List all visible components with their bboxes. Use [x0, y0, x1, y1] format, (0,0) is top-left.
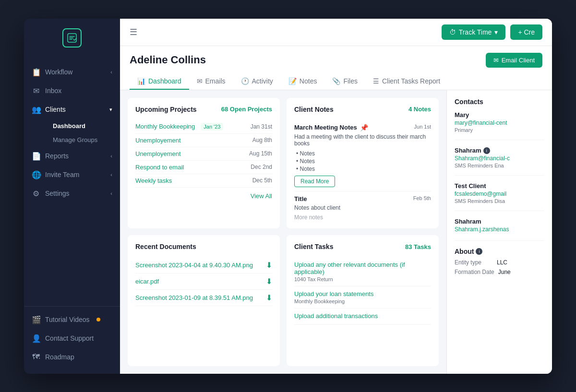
project-name-1[interactable]: Unemployement [135, 137, 181, 144]
note-preview-1: Notes about client [294, 204, 431, 211]
sidebar-item-invite-team[interactable]: 🌐 Invite Team ‹ [24, 166, 120, 184]
contact-email-1[interactable]: Shahram@financial-c [455, 155, 544, 162]
project-name-0[interactable]: Monthly Bookkeeping [135, 123, 195, 130]
sidebar-item-inbox[interactable]: ✉ Inbox [24, 82, 120, 100]
tab-files[interactable]: 📎 Files [324, 73, 365, 90]
contact-entry-2: Test Client fcsalesdemo@gmail SMS Remind… [455, 182, 544, 211]
tab-notes[interactable]: 📝 Notes [281, 73, 325, 90]
client-notes-count: 4 Notes [408, 106, 431, 113]
project-item-0: Monthly Bookkeeping Jan '23 Jan 31st [135, 120, 272, 134]
contact-email-0[interactable]: mary@financial-cent [455, 119, 544, 126]
tab-activity-icon: 🕐 [241, 77, 249, 85]
contact-sms-2: SMS Reminders Disa [455, 198, 544, 204]
doc-item-2: Screenshot 2023-01-09 at 8.39.51 AM.png … [135, 290, 272, 306]
note-date-1: Feb 5th [413, 195, 431, 201]
client-tasks-count: 83 Tasks [405, 243, 431, 250]
task-item-2: Upload additional transactions [294, 309, 431, 325]
tab-client-tasks-report[interactable]: ☰ Client Tasks Report [365, 73, 448, 90]
sidebar-item-clients[interactable]: 👥 Clients ▾ [24, 100, 120, 119]
about-info-icon: i [476, 248, 482, 255]
tab-emails[interactable]: ✉ Emails [189, 73, 233, 90]
hamburger-menu[interactable]: ☰ [130, 27, 137, 37]
tab-notes-label: Notes [300, 77, 317, 85]
tab-activity-label: Activity [252, 77, 273, 85]
project-date-1: Aug 8th [252, 137, 272, 143]
tab-files-icon: 📎 [332, 77, 340, 85]
sidebar-item-contact-support-label: Contact Support [45, 334, 94, 342]
note-entry-0: March Meeting Notes 📌 Jun 1st Had a meet… [294, 120, 431, 191]
note-bullet-2: • Notes [296, 165, 431, 173]
email-client-label: Email Client [502, 57, 535, 64]
inbox-icon: ✉ [32, 86, 40, 95]
note-bullet-0: • Notes [296, 150, 431, 157]
doc-name-1[interactable]: eicar.pdf [135, 278, 159, 285]
doc-item-1: eicar.pdf ⬇ [135, 273, 272, 290]
task-name-1[interactable]: Upload your loan statements [294, 290, 431, 297]
about-section: About i Entity type LLC Formation Date J… [455, 248, 544, 275]
sidebar-item-roadmap-label: Roadmap [45, 353, 74, 361]
sidebar-item-tutorial-videos[interactable]: 🎬 Tutorial Videos [24, 310, 120, 329]
download-icon-1[interactable]: ⬇ [266, 277, 272, 286]
sidebar-item-reports[interactable]: 📄 Reports ‹ [24, 147, 120, 166]
email-client-button[interactable]: ✉ Email Client [486, 53, 542, 68]
doc-item-0: Screenshot 2023-04-04 at 9.40.30 AM.png … [135, 257, 272, 273]
tab-activity[interactable]: 🕐 Activity [233, 73, 281, 90]
upcoming-projects-title: Upcoming Projects [135, 106, 197, 113]
sidebar-sub-manage-groups[interactable]: Manage Groups [45, 133, 120, 147]
tab-notes-icon: 📝 [288, 77, 297, 85]
project-name-4[interactable]: Weekly tasks [135, 177, 172, 184]
sidebar-item-roadmap[interactable]: 🗺 Roadmap [24, 348, 120, 366]
right-panel: Contacts Mary mary@financial-cent Primar… [446, 90, 552, 374]
project-item-4: Weekly tasks Dec 5th [135, 174, 272, 188]
client-tasks-card: Client Tasks 83 Tasks Upload any other r… [287, 235, 439, 366]
clients-arrow: ▾ [109, 107, 112, 113]
note-title-row-0: March Meeting Notes 📌 [294, 124, 368, 131]
sidebar-sub-dashboard[interactable]: Dashboard [45, 119, 120, 133]
tab-dashboard[interactable]: 📊 Dashboard [130, 73, 189, 90]
create-button[interactable]: + Cre [510, 24, 542, 40]
contact-entry-3: Shahram Shahram.j.zarshenas [455, 218, 544, 241]
clients-submenu: Dashboard Manage Groups [24, 119, 120, 147]
doc-name-2[interactable]: Screenshot 2023-01-09 at 8.39.51 AM.png [135, 294, 253, 301]
tab-client-tasks-report-icon: ☰ [373, 77, 379, 85]
create-label: + Cre [518, 28, 535, 36]
read-more-button[interactable]: Read More [294, 176, 335, 187]
note-entry-1: Title Feb 5th Notes about client More no… [294, 191, 431, 225]
settings-icon: ⚙ [32, 189, 40, 198]
clock-icon: ⏱ [449, 28, 456, 36]
topbar: ☰ ⏱ Track Time ▾ + Cre [120, 19, 552, 46]
recent-documents-title: Recent Documents [135, 243, 196, 250]
contact-support-icon: 👤 [32, 334, 40, 343]
client-notes-title: Client Notes [294, 106, 334, 113]
workflow-arrow: ‹ [110, 69, 112, 75]
sidebar-item-workflow[interactable]: 📋 Workflow ‹ [24, 63, 120, 82]
task-name-0[interactable]: Upload any other relevant documents (if … [294, 261, 431, 275]
project-date-2: Aug 15th [249, 150, 272, 157]
sidebar-item-settings[interactable]: ⚙ Settings ‹ [24, 184, 120, 203]
tab-client-tasks-report-label: Client Tasks Report [382, 77, 440, 85]
upcoming-projects-view-all[interactable]: View All [135, 192, 272, 200]
sidebar-item-tutorial-videos-label: Tutorial Videos [45, 316, 90, 323]
download-icon-0[interactable]: ⬇ [266, 261, 272, 270]
sidebar-item-settings-label: Settings [45, 190, 70, 197]
project-date-4: Dec 5th [252, 177, 272, 184]
tab-emails-icon: ✉ [197, 77, 203, 85]
task-sub-0: 1040 Tax Return [294, 276, 431, 282]
track-time-button[interactable]: ⏱ Track Time ▾ [442, 24, 506, 40]
contact-email-3[interactable]: Shahram.j.zarshenas [455, 226, 544, 233]
task-name-2[interactable]: Upload additional transactions [294, 312, 431, 320]
project-item-2: Unemployement Aug 15th [135, 147, 272, 161]
track-time-label: Track Time [459, 28, 492, 36]
contact-name-0: Mary [455, 111, 544, 119]
doc-name-0[interactable]: Screenshot 2023-04-04 at 9.40.30 AM.png [135, 261, 253, 269]
roadmap-icon: 🗺 [32, 353, 40, 361]
main-content: ☰ ⏱ Track Time ▾ + Cre Adeline Collins ✉… [120, 19, 552, 374]
project-date-0: Jan 31st [251, 123, 272, 130]
download-icon-2[interactable]: ⬇ [266, 293, 272, 302]
sidebar-item-inbox-label: Inbox [45, 87, 61, 95]
contact-email-2[interactable]: fcsalesdemo@gmail [455, 190, 544, 197]
project-name-3[interactable]: Respond to email [135, 164, 184, 171]
sidebar-item-contact-support[interactable]: 👤 Contact Support [24, 329, 120, 348]
project-name-2[interactable]: Unemployement [135, 150, 181, 157]
sidebar-bottom: 🎬 Tutorial Videos 👤 Contact Support 🗺 Ro… [24, 306, 120, 374]
